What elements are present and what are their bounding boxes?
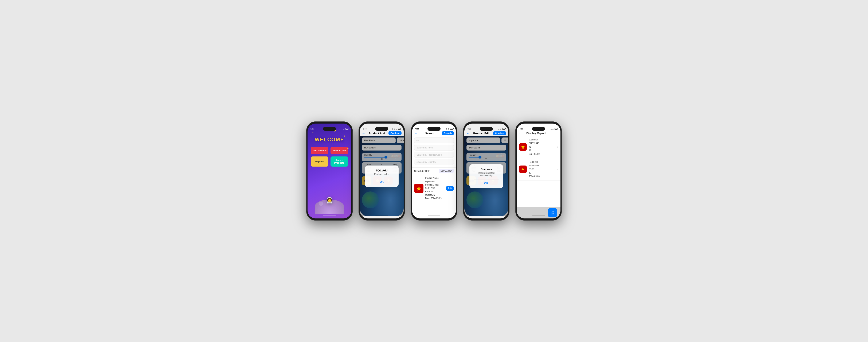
home-indicator-5 bbox=[532, 215, 545, 216]
report-item-redflash[interactable]: Red Flash RDFLA135 35.99 30 2024-05-08 › bbox=[517, 158, 560, 181]
report-item-superman[interactable]: S superman SUP12345 45 27 2024-05-09 › bbox=[517, 136, 560, 158]
svg-text:S: S bbox=[522, 146, 524, 148]
status-icons-2: ▲▲▲ bbox=[392, 128, 401, 130]
welcome-title: WELCOME bbox=[308, 136, 351, 143]
home-indicator-3 bbox=[428, 215, 440, 216]
chevron-icon-2: › bbox=[557, 168, 558, 171]
result-details: Product Name: superman Product Code: SUP… bbox=[425, 177, 444, 200]
welcome-buttons-row2: Reports Search Products bbox=[308, 156, 351, 166]
result-edit-button[interactable]: Edit bbox=[446, 186, 454, 191]
signal-icon-1: ▲ bbox=[343, 128, 345, 130]
phone-5-report: 4:22 ▲▲ ← Display Report bbox=[515, 121, 562, 221]
star-1: ★ bbox=[312, 131, 314, 133]
date-search-label: Search by Date bbox=[414, 170, 430, 172]
phone-4-edit: 4:25 ▲▲ ← Product Edit Confirm 🚀 bbox=[463, 121, 509, 221]
superman-report-icon: S bbox=[519, 143, 527, 151]
reports-button[interactable]: Reports bbox=[311, 156, 329, 166]
phone-2-screen: 1:44 ▲▲▲ ← Product Add Confirm 🚀 bbox=[360, 124, 404, 218]
report-list: S superman SUP12345 45 27 2024-05-09 › bbox=[517, 136, 560, 181]
report-name-2: Red Flash bbox=[529, 160, 555, 164]
back-button-2[interactable]: ← bbox=[362, 131, 365, 135]
dialog-message-2: Product added bbox=[369, 173, 394, 176]
dialog-overlay-2: SQL Add Product added OK bbox=[360, 136, 404, 216]
chevron-icon-1: › bbox=[557, 146, 558, 149]
dynamic-island-1 bbox=[323, 127, 336, 131]
time-4: 4:25 bbox=[467, 128, 471, 130]
redflash-report-text: Red Flash RDFLA135 35.99 30 2024-05-08 bbox=[529, 160, 555, 178]
dialog-message-4: Record updated successfully bbox=[474, 172, 499, 177]
battery-icon-3 bbox=[450, 128, 453, 130]
content-area-2: 🚀 Quanti bbox=[360, 136, 404, 216]
signal-4: ▲▲ bbox=[498, 128, 502, 130]
phone-1-welcome: ★ ✦ ⭐ ✦ ★ 1:37 ●●● ▲ WELCOME Add Product bbox=[306, 121, 353, 221]
report-footer: 🖨 bbox=[517, 207, 560, 218]
phone-3-search: 4:23 ▲▲ ← Search Search Search bbox=[411, 121, 457, 221]
astronaut-figure: 🧑‍🚀 bbox=[326, 197, 333, 204]
back-button-4[interactable]: ← bbox=[466, 131, 470, 135]
dialog-ok-button-2[interactable]: OK bbox=[380, 180, 384, 183]
wifi-icon-1: ●●● bbox=[339, 128, 343, 130]
dynamic-island-5 bbox=[532, 127, 545, 131]
date-search-value[interactable]: May 9, 2024 bbox=[439, 169, 454, 173]
time-1: 1:37 bbox=[310, 128, 314, 130]
add-product-button[interactable]: Add Product bbox=[311, 147, 329, 154]
search-result: S Product Name: superman Product Code: S… bbox=[412, 174, 456, 202]
battery-icon-4 bbox=[502, 128, 505, 130]
dynamic-island-2 bbox=[375, 127, 388, 131]
nav-title-4: Product Edit bbox=[473, 132, 490, 135]
dialog-ok-button-4[interactable]: OK bbox=[484, 182, 488, 185]
search-button-3[interactable]: Search bbox=[442, 131, 454, 135]
nav-bar-5: ← Display Report bbox=[517, 130, 560, 136]
success-dialog: Success Record updated successfully OK bbox=[469, 164, 503, 188]
nav-title-2: Product Add bbox=[369, 132, 385, 135]
dialog-title-4: Success bbox=[474, 167, 499, 171]
dialog-divider-2 bbox=[369, 178, 394, 178]
confirm-button-4[interactable]: Confirm bbox=[493, 131, 506, 135]
back-button-3[interactable]: ← bbox=[414, 131, 417, 135]
wifi-icon-2: ▲▲▲ bbox=[392, 128, 397, 130]
print-button[interactable]: 🖨 bbox=[548, 208, 557, 217]
time-5: 4:22 bbox=[520, 128, 523, 130]
flash-report-icon bbox=[519, 165, 527, 173]
moon-container: 📡 🧑‍🚀 bbox=[315, 199, 344, 214]
home-indicator-1 bbox=[323, 215, 336, 216]
report-qty-2: 30 bbox=[529, 171, 555, 175]
content-area-4: 🚀 Quantity bbox=[464, 136, 508, 216]
search-name-input[interactable] bbox=[414, 137, 454, 144]
search-products-button[interactable]: Search Products bbox=[331, 156, 348, 166]
dynamic-island-4 bbox=[480, 127, 493, 131]
report-date-1: 2024-05-09 bbox=[529, 152, 555, 156]
signal-3: ▲▲ bbox=[445, 128, 450, 130]
result-date: Date: 2024-05-09 bbox=[425, 197, 444, 200]
sql-add-dialog: SQL Add Product added OK bbox=[365, 165, 399, 187]
dialog-title-2: SQL Add bbox=[369, 169, 394, 172]
battery-icon-2 bbox=[398, 128, 401, 130]
nav-title-5: Display Report bbox=[526, 131, 546, 135]
phone-1-screen: ★ ✦ ⭐ ✦ ★ 1:37 ●●● ▲ WELCOME Add Product bbox=[308, 124, 351, 218]
search-price-input[interactable] bbox=[414, 145, 454, 151]
search-code-input[interactable] bbox=[414, 152, 454, 158]
report-code-1: SUP12345 bbox=[529, 142, 555, 145]
signal-5: ▲▲ bbox=[550, 128, 554, 130]
result-quantity: Quantity: 27 bbox=[425, 193, 444, 197]
status-icons-1: ●●● ▲ bbox=[339, 128, 348, 130]
back-button-5[interactable]: ← bbox=[519, 131, 522, 135]
search-quantity-input[interactable] bbox=[414, 159, 454, 165]
status-icons-5: ▲▲ bbox=[550, 128, 558, 130]
nav-title-3: Search bbox=[425, 132, 434, 135]
date-search-row: Search by Date May 9, 2024 bbox=[412, 167, 456, 174]
welcome-buttons: Add Product Product List bbox=[308, 147, 351, 154]
home-indicator-4 bbox=[480, 215, 493, 216]
search-inputs bbox=[412, 136, 456, 167]
nav-bar-2: ← Product Add Confirm bbox=[360, 130, 404, 136]
phone-5-screen: 4:22 ▲▲ ← Display Report bbox=[517, 124, 560, 218]
report-price-1: 45 bbox=[529, 145, 555, 149]
svg-text:S: S bbox=[418, 187, 420, 190]
superman-report-text: superman SUP12345 45 27 2024-05-09 bbox=[529, 138, 555, 156]
confirm-button-2[interactable]: Confirm bbox=[389, 131, 402, 135]
product-list-button[interactable]: Product List bbox=[331, 147, 348, 154]
phone-4-screen: 4:25 ▲▲ ← Product Edit Confirm 🚀 bbox=[464, 124, 508, 218]
status-icons-3: ▲▲ bbox=[445, 128, 453, 130]
dialog-divider-4 bbox=[474, 179, 499, 180]
result-icon-superman: S bbox=[414, 184, 424, 193]
